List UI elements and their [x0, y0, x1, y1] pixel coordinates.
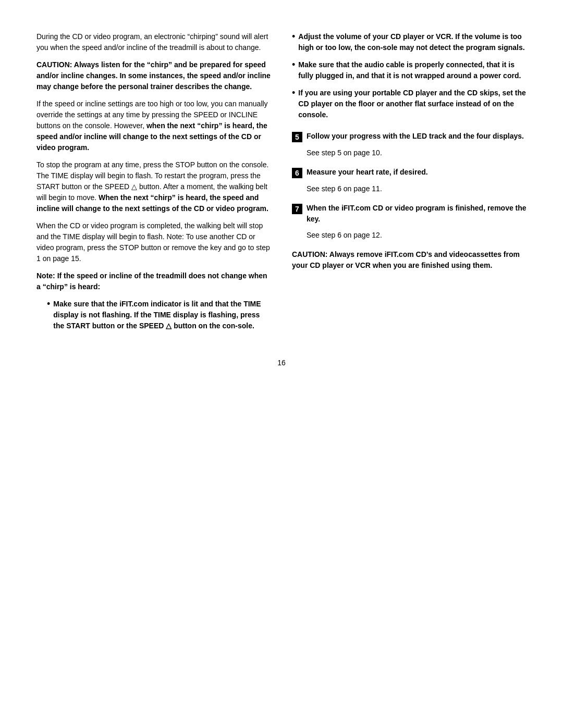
- right-bullet-dot-3-icon: •: [292, 88, 295, 99]
- paragraph-3: If the speed or incline settings are too…: [36, 98, 271, 153]
- two-column-layout: During the CD or video program, an elect…: [36, 31, 527, 338]
- page: During the CD or video program, an elect…: [0, 0, 563, 728]
- right-caution: CAUTION: Always remove iFIT.com CD’s and…: [292, 249, 527, 271]
- right-bullet-dot-2-icon: •: [292, 59, 295, 71]
- note-bullet-1: • Make sure that the iFIT.com indicator …: [47, 299, 271, 331]
- step-5-item: 5 Follow your progress with the LED trac…: [292, 131, 527, 142]
- right-bullet-dot-1-icon: •: [292, 31, 295, 43]
- step-7-item: 7 When the iFIT.com CD or video program …: [292, 203, 527, 225]
- right-bullet-2: • Make sure that the audio cable is prop…: [292, 59, 527, 81]
- paragraph-4: To stop the program at any time, press t…: [36, 159, 271, 214]
- note-heading: Note: If the speed or incline of the tre…: [36, 270, 271, 292]
- step-5-text: Follow your progress with the LED track …: [307, 131, 527, 142]
- right-bullet-3: • If you are using your portable CD play…: [292, 88, 527, 120]
- right-bullet-3-text: If you are using your portable CD player…: [298, 88, 527, 120]
- note-bullet-1-text: Make sure that the iFIT.com indicator is…: [53, 299, 271, 331]
- step-7-text: When the iFIT.com CD or video program is…: [307, 203, 527, 225]
- bullet-dot-icon: •: [47, 299, 50, 310]
- step-7-see: See step 6 on page 12.: [307, 230, 527, 241]
- step-7-number: 7: [292, 204, 302, 214]
- right-bullet-2-text: Make sure that the audio cable is proper…: [298, 59, 527, 81]
- note-bullets: • Make sure that the iFIT.com indicator …: [47, 299, 271, 331]
- right-bullet-1: • Adjust the volume of your CD player or…: [292, 31, 527, 53]
- step-6-see: See step 6 on page 11.: [307, 183, 527, 194]
- right-bullet-1-text: Adjust the volume of your CD player or V…: [298, 31, 527, 53]
- page-number: 16: [36, 359, 527, 367]
- step-5-number: 5: [292, 132, 302, 142]
- step-6-text: Measure your heart rate, if desired.: [307, 167, 527, 178]
- step-5-see: See step 5 on page 10.: [307, 147, 527, 158]
- left-column: During the CD or video program, an elect…: [36, 31, 271, 338]
- paragraph-5: When the CD or video program is complete…: [36, 220, 271, 264]
- paragraph-2-caution: CAUTION: Always listen for the “chirp” a…: [36, 59, 271, 92]
- step-6-item: 6 Measure your heart rate, if desired.: [292, 167, 527, 178]
- right-column: • Adjust the volume of your CD player or…: [292, 31, 527, 338]
- step-6-number: 6: [292, 168, 302, 178]
- paragraph-1: During the CD or video program, an elect…: [36, 31, 271, 53]
